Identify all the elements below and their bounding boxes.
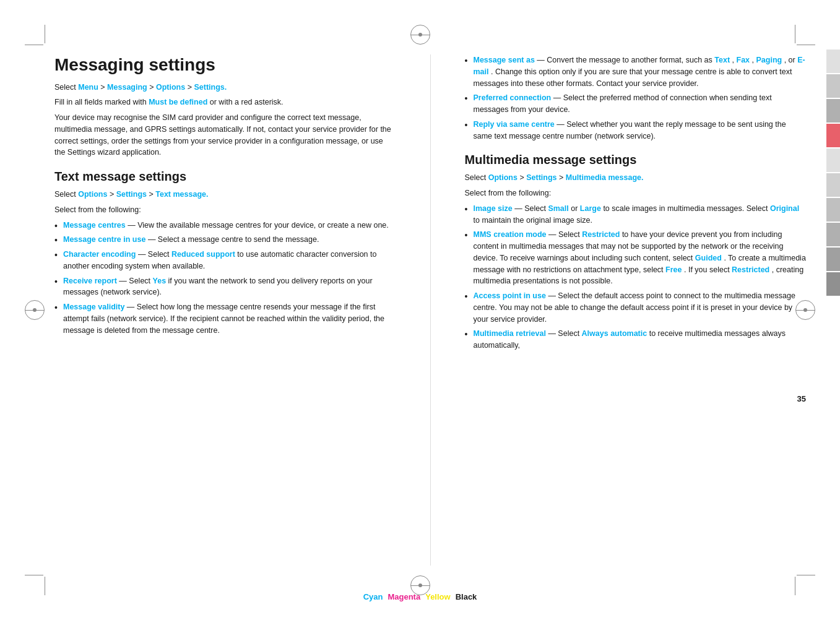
multimedia-settings-title: Multimedia message settings: [465, 153, 807, 167]
reply-via-same-centre-link: Reply via same centre: [474, 120, 555, 129]
list-item-mms-creation-mode: MMS creation mode — Select Restricted to…: [465, 229, 807, 287]
options-mms-link: Options: [488, 173, 517, 182]
list-item-character-encoding: Character encoding — Select Reduced supp…: [54, 249, 396, 272]
crop-mark-tl-v: [45, 25, 45, 43]
multimedia-settings-list: Image size — Select Small or Large to sc…: [465, 203, 807, 351]
large-link: Large: [580, 204, 601, 213]
message-sent-as-desc2: . Change this option only if you are sur…: [474, 67, 792, 88]
mms-creation-mode-link: MMS creation mode: [474, 230, 547, 239]
crop-mark-tr-v: [795, 25, 795, 43]
select-following-text: Select from the following:: [54, 204, 396, 216]
list-item-message-centres: Message centres — View the available mes…: [54, 220, 396, 231]
crop-mark-bl-v: [45, 577, 45, 595]
message-centres-link: Message centres: [63, 221, 126, 230]
must-be-defined-link: Must be defined: [149, 98, 207, 106]
two-column-layout: Messaging settings Select Menu > Messagi…: [54, 54, 806, 566]
text-settings-intro: Select Options > Settings > Text message…: [54, 189, 396, 200]
receive-report-desc1: — Select: [119, 277, 152, 285]
multimedia-retrieval-desc1: — Select: [548, 329, 581, 338]
crop-mark-tl-h: [25, 45, 43, 45]
mms-creation-desc4: . If you select: [684, 265, 732, 274]
column-divider: [430, 54, 431, 566]
list-item-multimedia-retrieval: Multimedia retrieval — Select Always aut…: [465, 328, 807, 351]
list-item-receive-report: Receive report — Select Yes if you want …: [54, 275, 396, 299]
sidebar-tab-5: [826, 149, 840, 172]
restricted-link-2: Restricted: [732, 265, 769, 274]
message-sent-as-desc1: — Convert the message to another format,…: [537, 56, 714, 64]
select-following-mms: Select from the following:: [465, 187, 807, 199]
yellow-label: Yellow: [423, 592, 452, 601]
sidebar-tab-3: [826, 99, 840, 123]
sidebar-tab-7: [826, 198, 840, 222]
free-link: Free: [665, 265, 682, 274]
sidebar-tab-10: [826, 272, 840, 296]
list-item-message-sent-as: Message sent as — Convert the message to…: [465, 54, 807, 89]
options-link: Options: [156, 83, 185, 92]
options-text-link: Options: [78, 190, 107, 199]
cyan-label: Cyan: [361, 592, 386, 601]
left-column: Messaging settings Select Menu > Messagi…: [54, 54, 402, 566]
settings-mms-link: Settings: [526, 173, 556, 182]
fax-link: Fax: [737, 56, 750, 64]
always-automatic-link: Always automatic: [582, 329, 647, 338]
text-settings-list: Message centres — View the available mes…: [54, 220, 396, 337]
crop-mark-br-h: [797, 575, 815, 575]
paging-link: Paging: [756, 56, 782, 64]
msg-sent-comma1: ,: [732, 56, 737, 64]
yes-link: Yes: [153, 277, 167, 285]
sidebar-tab-2: [826, 74, 840, 98]
reduced-support-link: Reduced support: [171, 250, 235, 259]
original-link: Original: [770, 204, 799, 213]
page-number: 35: [797, 394, 806, 403]
text-settings-continued-list: Message sent as — Convert the message to…: [465, 54, 807, 142]
message-sent-as-link: Message sent as: [474, 56, 535, 64]
msg-sent-or: , or: [784, 56, 798, 64]
image-size-desc2: to scale images in multimedia messages. …: [603, 204, 770, 213]
menu-link: Menu: [78, 83, 98, 92]
access-point-in-use-link: Access point in use: [474, 291, 546, 300]
msg-sent-comma2: ,: [752, 56, 756, 64]
page-content: Messaging settings Select Menu > Messagi…: [54, 54, 806, 566]
list-item-message-centre-in-use: Message centre in use — Select a message…: [54, 234, 396, 246]
list-item-image-size: Image size — Select Small or Large to sc…: [465, 203, 807, 226]
text-link: Text: [714, 56, 730, 64]
list-item-preferred-connection: Preferred connection — Select the prefer…: [465, 92, 807, 116]
bottom-color-bar: Cyan Magenta Yellow Black: [361, 592, 480, 601]
preferred-connection-link: Preferred connection: [474, 93, 552, 102]
intro-paragraph-1: Select Menu > Messaging > Options > Sett…: [54, 82, 396, 93]
message-validity-link: Message validity: [63, 303, 124, 311]
messaging-link: Messaging: [107, 83, 147, 92]
black-label: Black: [453, 592, 480, 601]
message-centre-in-use-link: Message centre in use: [63, 235, 145, 244]
intro-paragraph-3: Your device may recognise the SIM card p…: [54, 112, 396, 158]
multimedia-message-link: Multimedia message.: [566, 173, 644, 182]
message-centre-in-use-desc: — Select a message centre to send the me…: [148, 235, 319, 244]
image-size-desc1: — Select: [514, 204, 548, 213]
settings-text-link: Settings: [116, 190, 147, 199]
receive-report-link: Receive report: [63, 277, 117, 285]
guided-link: Guided: [695, 254, 722, 262]
list-item-access-point-in-use: Access point in use — Select the default…: [465, 290, 807, 325]
character-encoding-link: Character encoding: [63, 250, 136, 259]
sidebar-tab-4: [826, 124, 840, 147]
text-message-settings-title: Text message settings: [54, 170, 396, 184]
reg-circle-top: [410, 25, 430, 45]
small-link: Small: [548, 204, 568, 213]
intro-paragraph-2: Fill in all fields marked with Must be d…: [54, 97, 396, 108]
magenta-label: Magenta: [385, 592, 423, 601]
image-size-or: or: [571, 204, 580, 213]
sidebar-tab-6: [826, 173, 840, 197]
multimedia-settings-intro: Select Options > Settings > Multimedia m…: [465, 172, 807, 184]
settings-link: Settings.: [194, 83, 227, 92]
mms-creation-desc1: — Select: [548, 230, 582, 239]
multimedia-retrieval-link: Multimedia retrieval: [474, 329, 546, 338]
sidebar-tab-8: [826, 223, 840, 246]
list-item-reply-via-same-centre: Reply via same centre — Select whether y…: [465, 119, 807, 142]
image-size-link: Image size: [474, 204, 513, 213]
right-column: Message sent as — Convert the message to…: [459, 54, 807, 566]
reg-circle-left: [25, 300, 45, 320]
crop-mark-tr-h: [797, 45, 815, 45]
message-centres-desc: — View the available message centres for…: [128, 221, 389, 230]
image-size-desc3: to maintain the original image size.: [474, 216, 592, 225]
text-message-link: Text message.: [155, 190, 208, 199]
